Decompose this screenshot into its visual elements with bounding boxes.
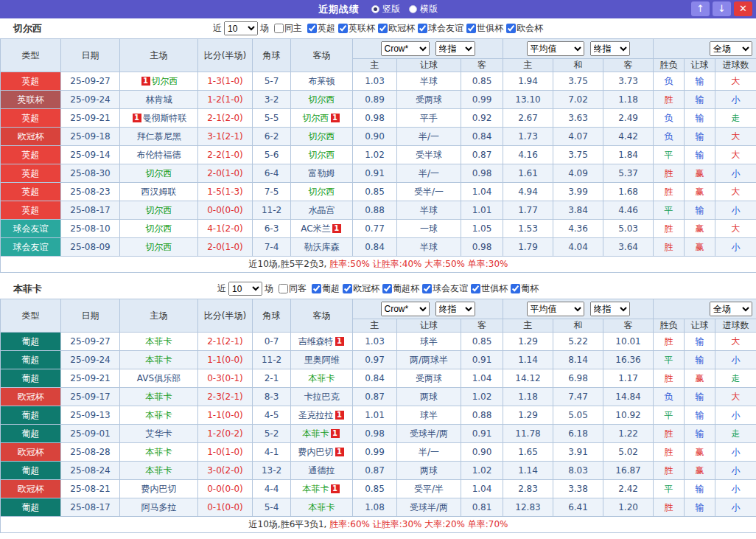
league-filter[interactable]: 欧冠杯 [343, 282, 379, 295]
away-team-name[interactable]: 卡拉巴克 [304, 392, 340, 402]
home-team-name[interactable]: 切尔西 [146, 205, 172, 215]
away-team-name[interactable]: 切尔西 [309, 94, 335, 105]
away-team-name[interactable]: 圣克拉拉 [298, 410, 334, 420]
home-team-name[interactable]: 切尔西 [146, 223, 172, 234]
away-team-name[interactable]: 里奥阿维 [304, 355, 340, 365]
scope-select[interactable]: 全场 [710, 302, 752, 316]
near-label: 近 [213, 22, 222, 35]
score-cell: 1-1(0-0) [198, 406, 253, 425]
home-team-name[interactable]: 西汉姆联 [141, 187, 177, 197]
final-odds-select[interactable]: 终指 [435, 41, 475, 56]
home-team-name[interactable]: 本菲卡 [146, 465, 172, 476]
league-filter[interactable]: 世俱杯 [471, 282, 508, 295]
away-team-name[interactable]: 勒沃库森 [304, 242, 340, 252]
league-filter[interactable]: 葡超杯 [382, 282, 419, 295]
league-filter-label: 英联杯 [349, 22, 375, 35]
league-checkbox[interactable] [418, 24, 427, 33]
close-button[interactable]: ✕ [734, 1, 752, 16]
same-venue-checkbox[interactable] [279, 284, 288, 293]
home-team-name[interactable]: 布伦特福德 [137, 150, 181, 160]
league-checkbox[interactable] [511, 284, 520, 293]
away-team-name[interactable]: 本菲卡 [309, 373, 335, 383]
away-team-name[interactable]: 水晶宫 [309, 205, 335, 215]
odds-handicap-cell: 半球 [397, 238, 461, 257]
league-filter[interactable]: 球会友谊 [418, 22, 463, 35]
league-checkbox[interactable] [338, 24, 348, 33]
scope-header: 全场 [654, 39, 756, 59]
radio-horizontal-layout[interactable]: 横版 [409, 3, 438, 15]
away-team-name[interactable]: 本菲卡 [309, 502, 335, 512]
league-filter[interactable]: 英超 [307, 22, 335, 35]
odds-away-cell: 0.85 [461, 72, 503, 91]
home-team-name[interactable]: 切尔西 [146, 168, 172, 178]
final-odds-select[interactable]: 终指 [435, 302, 475, 316]
home-team-name[interactable]: 本菲卡 [146, 355, 172, 365]
league-checkbox[interactable] [506, 24, 516, 33]
average-select[interactable]: 平均值 [527, 302, 584, 316]
league-checkbox[interactable] [422, 284, 432, 293]
recent-count-select[interactable]: 10 [228, 282, 262, 296]
match-row: 球会友谊25-08-09切尔西2-0(1-0)7-4勒沃库森0.84半球0.98… [1, 238, 756, 257]
league-filter[interactable]: 世俱杯 [466, 22, 503, 35]
same-venue-filter[interactable]: 同主 [274, 22, 302, 35]
move-down-button[interactable]: ↓ [713, 1, 731, 16]
away-team-name[interactable]: 切尔西 [303, 113, 329, 123]
league-checkbox[interactable] [312, 284, 321, 293]
league-filter[interactable]: 葡杯 [511, 282, 539, 295]
league-type-cell: 球会友谊 [1, 238, 61, 257]
league-checkbox[interactable] [382, 284, 392, 293]
league-filter[interactable]: 英联杯 [338, 22, 375, 35]
league-checkbox[interactable] [471, 284, 480, 293]
league-checkbox[interactable] [307, 24, 317, 33]
match-date: 25-09-24 [61, 351, 120, 369]
league-checkbox[interactable] [466, 24, 476, 33]
result-cell: 胜 [654, 238, 685, 257]
odds-home-cell: 0.87 [353, 388, 397, 406]
home-team-name[interactable]: 本菲卡 [146, 410, 172, 420]
home-team-name[interactable]: 切尔西 [152, 76, 178, 86]
home-team-name[interactable]: 本菲卡 [146, 336, 172, 347]
away-team-name[interactable]: 本菲卡 [303, 484, 329, 494]
recent-count-select[interactable]: 10 [224, 21, 258, 35]
odds-away-cell: 0.88 [461, 406, 503, 425]
home-team-name[interactable]: 林肯城 [146, 94, 172, 105]
home-team-name[interactable]: 艾华卡 [146, 428, 172, 439]
away-team-name[interactable]: 富勒姆 [309, 168, 335, 178]
home-team-name[interactable]: 阿马多拉 [141, 502, 177, 512]
away-team-name[interactable]: AC米兰 [301, 223, 330, 234]
league-checkbox[interactable] [378, 24, 388, 33]
away-team-name[interactable]: 通德拉 [309, 465, 335, 476]
bookmaker-select[interactable]: Crow* [381, 41, 430, 56]
home-team-name[interactable]: 切尔西 [146, 242, 172, 252]
home-team-name[interactable]: 拜仁慕尼黑 [137, 131, 181, 142]
move-up-button[interactable]: ↑ [691, 1, 710, 16]
handicap-result-cell: 输 [685, 388, 715, 406]
final-odds-select-2[interactable]: 终指 [590, 41, 630, 56]
same-venue-checkbox[interactable] [274, 24, 284, 33]
home-team-name[interactable]: 本菲卡 [146, 392, 172, 402]
away-team-name[interactable]: 本菲卡 [303, 428, 329, 439]
same-venue-filter[interactable]: 同客 [279, 282, 307, 295]
home-team-name[interactable]: 费内巴切 [141, 484, 177, 494]
home-team-name[interactable]: 曼彻斯特联 [143, 113, 187, 123]
bookmaker-select[interactable]: Crow* [381, 302, 430, 316]
final-odds-select-2[interactable]: 终指 [590, 302, 630, 316]
away-team-name[interactable]: 吉维森特 [298, 336, 334, 347]
league-checkbox[interactable] [343, 284, 352, 293]
home-team-name[interactable]: 本菲卡 [146, 447, 172, 457]
league-filter[interactable]: 欧冠杯 [378, 22, 415, 35]
away-team-name[interactable]: 费内巴切 [298, 447, 334, 457]
league-filter[interactable]: 球会友谊 [422, 282, 468, 295]
away-team-name[interactable]: 切尔西 [309, 131, 335, 142]
league-filter[interactable]: 欧会杯 [506, 22, 543, 35]
away-team-name[interactable]: 切尔西 [309, 187, 335, 197]
average-select[interactable]: 平均值 [527, 41, 584, 56]
home-team-name[interactable]: AVS俱乐部 [137, 373, 181, 383]
away-team-name[interactable]: 布莱顿 [309, 76, 335, 86]
scope-select[interactable]: 全场 [710, 41, 752, 56]
away-team-name[interactable]: 切尔西 [309, 150, 335, 160]
radio-vertical-layout[interactable]: 竖版 [371, 3, 400, 15]
result-cell: 胜 [654, 220, 685, 238]
odds-home-cell: 0.91 [353, 164, 397, 183]
league-filter[interactable]: 葡超 [312, 282, 340, 295]
